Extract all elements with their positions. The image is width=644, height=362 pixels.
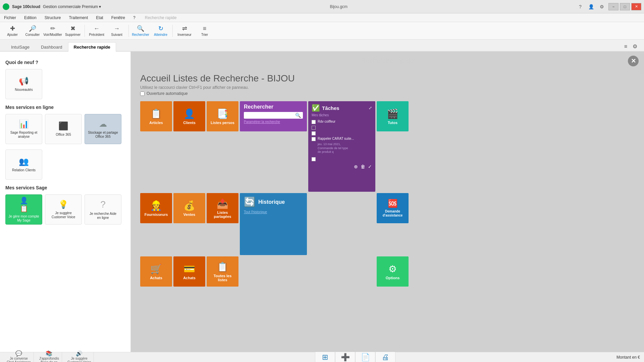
tache-cb-5[interactable] <box>312 157 316 161</box>
assistance-icon: 🆘 <box>388 199 398 208</box>
toolbar-consulter[interactable]: 🔎 Consulter <box>23 23 42 39</box>
toolbar-rechercher[interactable]: 🔍 Rechercher <box>131 23 150 39</box>
tache-item-4: Rappeler CARAT suite... <box>312 137 372 141</box>
list-view-icon[interactable]: ≡ <box>623 42 629 51</box>
restore-btn[interactable]: □ <box>620 3 630 10</box>
toolbar: ✚ Ajouter 🔎 Consulter ✏ Voir/Modifier ✖ … <box>0 22 644 40</box>
modal-window: ✕ Accueil Listes de Recherche - BIJOU Ut… <box>131 52 644 352</box>
ouverture-auto-checkbox[interactable] <box>140 92 145 96</box>
menu-traitement[interactable]: Traitement <box>67 15 89 21</box>
taches-spacer <box>308 193 375 255</box>
tile-fournisseurs[interactable]: 👷 Fournisseurs <box>140 193 172 223</box>
taches-check-done-icon[interactable]: ✓ <box>368 164 372 169</box>
chat-label: Je converse Chat Assistance <box>7 357 31 362</box>
tab-dashboard[interactable]: Dashboard <box>35 42 68 52</box>
tile-toutes-listes[interactable]: 📋 Toutes les listes <box>207 256 238 287</box>
tile-listes-persos[interactable]: 📑 Listes persos <box>207 101 238 131</box>
toolbar-divider-3 <box>172 25 173 37</box>
tile-achats-1[interactable]: 🛒 Achats <box>140 256 172 287</box>
menu-etat[interactable]: Etat <box>95 15 104 21</box>
historique-title: Historique <box>258 199 285 205</box>
tile-ventes[interactable]: 💰 Ventes <box>173 193 205 223</box>
tile-tutos[interactable]: 🎬 Tutos <box>377 101 409 131</box>
taches-spacer-2 <box>308 256 375 287</box>
historique-header: 🔄 Historique <box>244 196 303 207</box>
status-base[interactable]: 📚 J'approfondis Base de co <box>37 352 62 362</box>
toolbar-divider-1 <box>85 25 85 37</box>
menu-help[interactable]: ? <box>132 15 137 21</box>
relation-clients-card[interactable]: 👥 Relation Clients <box>5 149 42 180</box>
tout-historique-link[interactable]: Tout l'historique <box>244 210 303 214</box>
cloud-icon: ☁ <box>99 119 107 129</box>
menu-structure[interactable]: Structure <box>43 15 62 21</box>
app-dropdown[interactable]: Gestion commerciale Premium ▾ <box>43 4 101 9</box>
menu-fenetre[interactable]: Fenêtre <box>110 15 126 21</box>
rechercher-input[interactable] <box>246 113 294 117</box>
status-chat[interactable]: 💬 Je converse Chat Assistance <box>4 352 34 362</box>
search-icon[interactable]: 🔍 <box>295 113 301 118</box>
settings-icon[interactable]: ⚙ <box>598 3 606 11</box>
tile-assistance[interactable]: 🆘 Demande d'assistance <box>377 193 409 223</box>
toolbar-supprimer[interactable]: ✖ Supprimer <box>63 23 83 39</box>
mon-compte-label: Je gère mon compte My Sage <box>8 215 39 223</box>
voice-icon: 🔊 <box>76 350 83 357</box>
ouverture-auto-label: Ouverture automatique <box>147 91 188 96</box>
tache-cb-4[interactable] <box>312 137 316 141</box>
toolbar-atteindre[interactable]: ↻ Atteindre <box>151 23 170 39</box>
tache-label-1: Rdv coiffeur <box>318 120 335 123</box>
customer-voice-card[interactable]: 💡 Je suggère Customer Voice <box>45 194 82 225</box>
taches-expand-icon[interactable]: ⤢ <box>369 106 372 110</box>
tile-historique[interactable]: 🔄 Historique Tout l'historique <box>240 193 307 255</box>
tab-intuisage[interactable]: IntuiSage <box>5 42 35 52</box>
tache-cb-2[interactable] <box>312 126 316 130</box>
nouveautes-card[interactable]: 📢 Nouveautés <box>5 69 42 99</box>
taches-delete-icon[interactable]: 🗑 <box>361 164 365 169</box>
stockage-card[interactable]: ☁ Stockage et partage Office 365 <box>85 114 121 144</box>
tile-articles[interactable]: 📋 Articles <box>140 101 172 131</box>
close-btn[interactable]: ✕ <box>631 3 641 10</box>
customer-voice-label: Je suggère Customer Voice <box>48 211 79 219</box>
options-label: Options <box>386 276 400 280</box>
toolbar-trier[interactable]: ≡ Trier <box>195 23 214 39</box>
office365-card[interactable]: ⬛ Office 365 <box>45 114 82 144</box>
tile-rechercher[interactable]: Rechercher 🔍 Paramétrer la recherche <box>240 101 307 131</box>
toolbar-precedent[interactable]: ← Précédent <box>87 23 106 39</box>
base-icon: 📚 <box>46 350 52 357</box>
lightbulb-icon: 💡 <box>58 200 68 209</box>
help-icon[interactable]: ? <box>576 3 584 11</box>
tache-cb-1[interactable] <box>312 120 316 124</box>
toolbar-inverseur[interactable]: ⇌ Inverseur <box>175 23 194 39</box>
tiles-row-3: 🛒 Achats 💳 Achats 📋 Toutes les listes <box>140 256 635 287</box>
tile-achats-2[interactable]: 💳 Achats <box>173 256 205 287</box>
mon-compte-card[interactable]: 👤📋 Je gère mon compte My Sage <box>5 194 42 225</box>
menu-edition[interactable]: Edition <box>23 15 38 21</box>
inverseur-icon: ⇌ <box>182 25 187 32</box>
tile-clients[interactable]: 👤 Clients <box>173 101 205 131</box>
settings-tab-icon[interactable]: ⚙ <box>631 42 639 51</box>
relation-icon: 👥 <box>19 157 29 166</box>
aide-ligne-card[interactable]: ? Je recherche Aide en ligne <box>85 194 121 225</box>
window-controls: − □ ✕ <box>608 3 641 10</box>
tiles-row-2: 👷 Fournisseurs 💰 Ventes 📤 Listes partagé… <box>140 193 635 255</box>
tab-recherche-rapide[interactable]: Recherche rapide <box>68 42 116 52</box>
status-voice[interactable]: 🔊 Je suggère Customer Voice <box>65 352 94 362</box>
tile-listes-partagees[interactable]: 📤 Listes partagées <box>207 193 238 223</box>
modal-close-btn[interactable]: ✕ <box>628 56 639 66</box>
tache-label-4: Rappeler CARAT suite... <box>318 137 354 140</box>
taches-add-icon[interactable]: ⊕ <box>354 164 358 169</box>
toutes-listes-label: Toutes les listes <box>209 274 236 282</box>
parametrer-link[interactable]: Paramétrer la recherche <box>244 120 303 124</box>
toolbar-voir-modifier[interactable]: ✏ Voir/Modifier <box>43 23 62 39</box>
modal-checkbox-row: Ouverture automatique <box>140 91 635 96</box>
tache-item-3 <box>312 131 372 135</box>
toolbar-ajouter[interactable]: ✚ Ajouter <box>3 23 22 39</box>
tile-options[interactable]: ⚙ Options <box>377 256 409 287</box>
menu-fichier[interactable]: Fichier <box>3 15 17 21</box>
sage-reporting-card[interactable]: 📊 Sage Reporting et analyse <box>5 114 42 144</box>
achats1-icon: 🛒 <box>150 263 162 275</box>
clients-icon: 👤 <box>183 108 195 119</box>
user-icon[interactable]: 👤 <box>587 3 595 11</box>
minimize-btn[interactable]: − <box>608 3 619 10</box>
toolbar-suivant[interactable]: → Suivant <box>107 23 126 39</box>
tache-cb-3[interactable] <box>312 131 316 135</box>
